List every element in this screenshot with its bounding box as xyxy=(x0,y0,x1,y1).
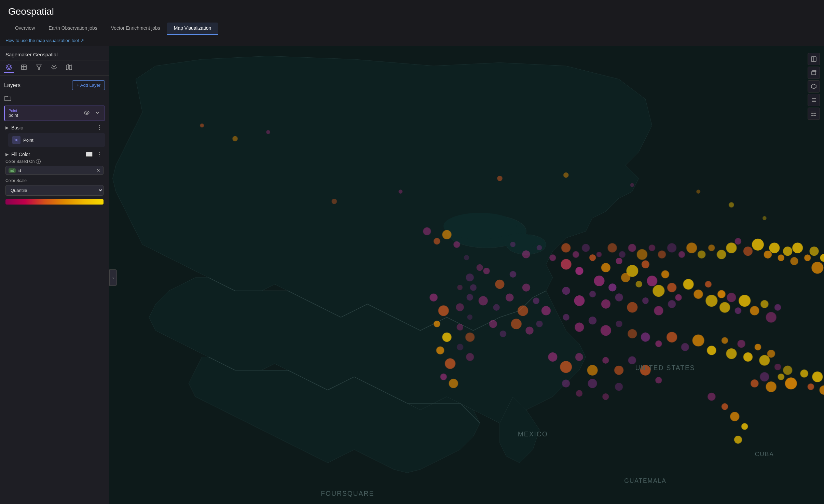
point-type-row[interactable]: Point xyxy=(8,133,105,147)
svg-text:FOURSQUARE: FOURSQUARE xyxy=(321,490,374,497)
svg-point-94 xyxy=(668,300,676,308)
svg-point-28 xyxy=(561,259,571,270)
svg-point-93 xyxy=(654,306,663,315)
layers-title: Layers xyxy=(4,82,20,88)
map-visualization[interactable]: UNITED STATES MEXICO CUBA GUATEMALA FOUR… xyxy=(109,46,824,504)
svg-point-37 xyxy=(621,273,630,282)
svg-point-64 xyxy=(726,348,737,359)
sidebar-body: Layers + Add Layer Point point xyxy=(0,76,109,504)
svg-point-65 xyxy=(737,340,745,348)
svg-point-85 xyxy=(734,436,742,444)
svg-point-184 xyxy=(457,324,463,331)
svg-point-71 xyxy=(760,372,769,381)
svg-point-125 xyxy=(525,326,533,334)
svg-point-74 xyxy=(778,374,784,380)
toolbar-table-icon[interactable] xyxy=(19,63,29,73)
svg-point-160 xyxy=(561,243,571,252)
split-view-button[interactable] xyxy=(808,53,820,65)
svg-marker-14 xyxy=(66,65,72,70)
basic-menu-button[interactable]: ⋮ xyxy=(95,125,104,130)
layer-item-point[interactable]: Point point xyxy=(4,106,105,121)
svg-point-188 xyxy=(497,176,502,181)
svg-point-46 xyxy=(705,281,711,288)
svg-point-63 xyxy=(722,337,728,344)
tab-map-visualization[interactable]: Map Visualization xyxy=(167,23,218,35)
map-area: ‹ xyxy=(109,46,824,504)
svg-line-12 xyxy=(55,65,56,66)
svg-point-29 xyxy=(575,267,583,275)
svg-point-39 xyxy=(647,276,657,286)
svg-point-162 xyxy=(582,244,590,252)
toolbar-effects-icon[interactable] xyxy=(49,63,59,73)
svg-point-144 xyxy=(743,247,753,256)
3d-view-button[interactable] xyxy=(808,67,820,79)
layer-expand-button[interactable] xyxy=(94,110,101,117)
svg-marker-208 xyxy=(811,84,816,89)
svg-point-171 xyxy=(678,251,685,258)
legend-button[interactable] xyxy=(808,108,820,120)
svg-point-195 xyxy=(763,216,767,220)
clear-field-button[interactable]: ✕ xyxy=(96,168,100,173)
svg-point-88 xyxy=(589,291,595,297)
svg-point-198 xyxy=(266,130,270,134)
collapse-sidebar-button[interactable]: ‹ xyxy=(109,269,117,286)
svg-point-103 xyxy=(434,321,440,327)
svg-point-191 xyxy=(630,183,634,187)
basic-expand-icon: ▶ xyxy=(5,125,9,130)
svg-point-135 xyxy=(628,356,636,364)
toolbar-layers-icon[interactable] xyxy=(4,63,14,73)
svg-point-81 xyxy=(708,393,715,401)
sidebar-toolbar xyxy=(0,60,109,76)
svg-point-140 xyxy=(588,379,597,388)
svg-point-70 xyxy=(774,364,781,370)
svg-point-124 xyxy=(536,321,543,327)
color-scale-select[interactable]: Quantile xyxy=(5,185,104,196)
svg-point-87 xyxy=(574,295,585,306)
svg-point-115 xyxy=(510,271,516,278)
field-selector[interactable]: int id ✕ xyxy=(5,166,104,175)
svg-point-128 xyxy=(489,320,497,328)
svg-point-157 xyxy=(522,251,530,258)
basic-section-row[interactable]: ▶ Basic ⋮ xyxy=(4,122,105,133)
svg-point-118 xyxy=(479,296,488,305)
svg-point-143 xyxy=(735,238,741,244)
info-icon[interactable]: i xyxy=(36,159,41,164)
svg-point-127 xyxy=(500,331,506,337)
svg-point-172 xyxy=(686,242,697,253)
svg-point-116 xyxy=(522,283,530,291)
svg-rect-0 xyxy=(22,65,26,70)
layer-visibility-button[interactable] xyxy=(83,109,91,117)
tab-vector-enrichment[interactable]: Vector Enrichment jobs xyxy=(104,23,167,35)
external-link-icon: ↗ xyxy=(80,38,84,43)
svg-point-42 xyxy=(667,283,676,292)
svg-point-43 xyxy=(675,294,682,300)
fill-color-swatch[interactable] xyxy=(86,152,93,157)
svg-point-79 xyxy=(812,372,823,382)
svg-point-54 xyxy=(760,300,768,308)
svg-point-193 xyxy=(696,190,700,194)
add-layer-button[interactable]: + Add Layer xyxy=(72,80,105,90)
draw-polygon-button[interactable] xyxy=(808,80,820,93)
svg-point-84 xyxy=(741,423,748,430)
svg-point-30 xyxy=(589,254,595,261)
list-view-button[interactable] xyxy=(808,94,820,106)
svg-point-72 xyxy=(751,379,758,387)
svg-point-90 xyxy=(615,293,623,301)
svg-point-50 xyxy=(727,293,736,302)
basic-section-label: Basic xyxy=(11,125,93,130)
fill-color-menu-button[interactable]: ⋮ xyxy=(95,152,104,157)
svg-point-173 xyxy=(698,251,705,258)
svg-point-31 xyxy=(601,263,610,272)
toolbar-filter-icon[interactable] xyxy=(34,63,44,73)
svg-text:GUATEMALA: GUATEMALA xyxy=(624,477,667,484)
tab-earth-observation[interactable]: Earth Observation jobs xyxy=(42,23,104,35)
fill-color-header[interactable]: ▶ Fill Color ⋮ xyxy=(4,150,105,159)
svg-point-185 xyxy=(465,333,475,342)
svg-point-164 xyxy=(608,243,617,252)
svg-point-121 xyxy=(518,305,528,316)
svg-point-95 xyxy=(563,314,569,321)
toolbar-mapstyle-icon[interactable] xyxy=(64,63,74,73)
svg-point-169 xyxy=(658,251,666,258)
tab-overview[interactable]: Overview xyxy=(8,23,42,35)
help-link[interactable]: How to use the map visualization tool ↗ xyxy=(5,38,84,43)
